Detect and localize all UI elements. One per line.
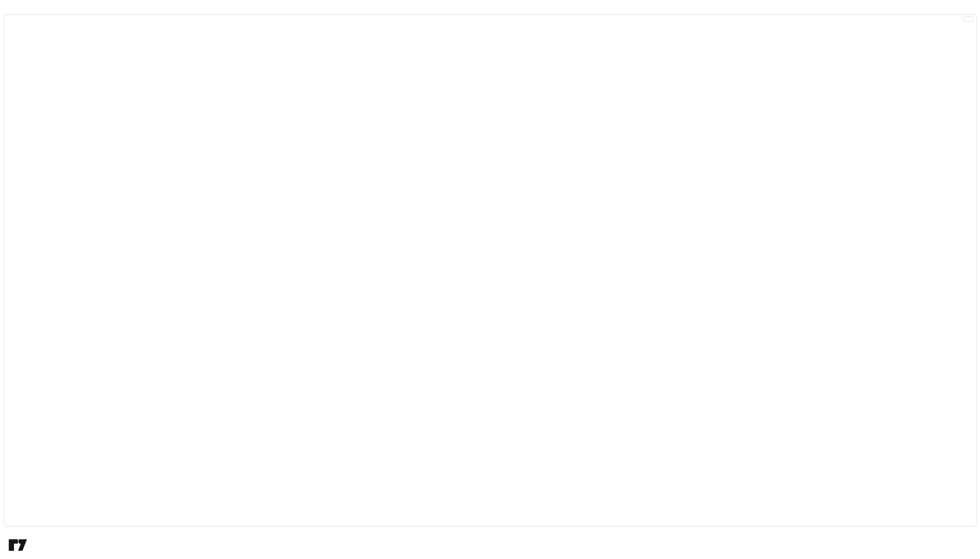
chart-card <box>3 14 977 527</box>
price-chart-svg[interactable] <box>4 15 975 525</box>
tradingview-logo[interactable] <box>8 537 32 553</box>
currency-badge <box>964 16 974 22</box>
tradingview-logo-icon <box>8 537 27 553</box>
